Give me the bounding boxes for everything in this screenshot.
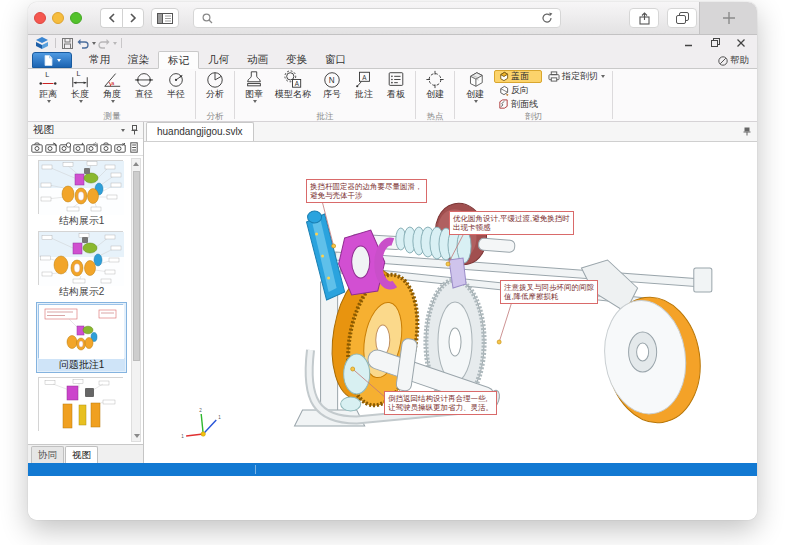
stamp-button[interactable]: 图章 [238, 70, 270, 103]
annotation-callout-2[interactable]: 优化圆角设计,平缓过渡,避免换挡时 出现卡顿感 [449, 211, 574, 235]
undo-button[interactable] [75, 36, 91, 50]
scrollbar-thumb[interactable] [133, 171, 140, 361]
address-search-field[interactable] [193, 8, 561, 28]
section-create-button[interactable]: 创建 [458, 70, 492, 103]
redo-button[interactable] [96, 36, 112, 50]
ribbon-group-measure: L 距离 L 长度 a 角度 [32, 70, 192, 121]
tab-xuanran[interactable]: 渲染 [119, 51, 158, 68]
tab-chuangkou[interactable]: 窗口 [316, 51, 355, 68]
help-button[interactable]: 帮助 [718, 54, 749, 67]
svg-text:1: 1 [218, 415, 221, 420]
tab-bianhuan[interactable]: 变换 [277, 51, 316, 68]
pin-icon[interactable] [131, 125, 138, 135]
hotspot-create-button[interactable]: 创建 [419, 70, 451, 99]
analysis-button[interactable]: 分析 [199, 70, 231, 99]
new-tab-button[interactable] [699, 2, 757, 34]
tab-collaborate[interactable]: 协同 [31, 446, 64, 463]
view-list: 结构展示1 [28, 156, 143, 444]
share-icon [639, 12, 650, 25]
tab-changyong[interactable]: 常用 [80, 51, 119, 68]
scroll-up-arrow-icon[interactable] [132, 159, 140, 169]
app-restore-button[interactable] [709, 37, 721, 48]
share-button[interactable] [629, 8, 659, 28]
separator [612, 71, 613, 119]
annotation-callout-3[interactable]: 注意拨叉与同步环间的间隙 值,降低摩擦损耗 [500, 280, 598, 304]
diameter-button[interactable]: 直径 [128, 70, 160, 99]
view-item-problem-annotation1[interactable]: 问题批注1 [36, 302, 127, 373]
view-caption: 结构展示2 [38, 285, 125, 298]
app-minimize-button[interactable] [683, 37, 695, 48]
view-thumbnail[interactable] [38, 377, 123, 431]
redo-dropdown-arrow-icon[interactable] [113, 42, 117, 45]
browser-window: 常用 渲染 标记 几何 动画 变换 窗口 帮助 L 距离 [28, 2, 757, 520]
board-button[interactable]: 看板 [380, 70, 412, 99]
search-input[interactable] [218, 12, 536, 24]
panel-dropdown-arrow-icon[interactable] [121, 129, 125, 132]
section-cube-icon [465, 70, 485, 89]
tabs-icon [676, 12, 689, 24]
camera-list-icon[interactable] [127, 140, 140, 154]
tab-views[interactable]: 视图 [65, 446, 98, 463]
model-name-button[interactable]: A 模型名称 [270, 70, 316, 99]
angle-button[interactable]: a 角度 [96, 70, 128, 103]
forward-button[interactable] [122, 8, 144, 28]
serial-number-button[interactable]: N 序号 [316, 70, 348, 99]
camera-refresh-icon[interactable] [59, 140, 72, 154]
specify-section-button[interactable]: 指定剖切 [544, 70, 609, 83]
minimize-window-button[interactable] [52, 12, 64, 24]
length-button[interactable]: L 长度 [64, 70, 96, 103]
save-button[interactable] [60, 36, 75, 50]
page-footer-space [28, 476, 757, 520]
view-caption: 问题批注1 [38, 358, 125, 371]
tab-bar-pin-icon[interactable] [743, 127, 751, 136]
section-line-toggle[interactable]: 剖面线 [494, 98, 542, 111]
camera-up-icon[interactable] [72, 140, 85, 154]
serial-number-icon: N [322, 70, 342, 89]
annotation-callout-4[interactable]: 倒挡返回结构设计再合理一些, 让驾驶员操纵更加省力、灵活。 [384, 391, 497, 415]
svg-text:a: a [111, 80, 115, 86]
camera-delete-icon[interactable] [114, 140, 127, 154]
tab-biaoji[interactable]: 标记 [158, 51, 199, 69]
view-thumbnail[interactable] [38, 231, 123, 285]
model-name-icon: A [283, 70, 303, 89]
reload-button[interactable] [540, 11, 554, 25]
annotation-callout-1[interactable]: 换挡杆固定器的边角要尽量圆滑， 避免与壳体干涉 [306, 179, 427, 203]
view-item-structure2[interactable]: 结构展示2 [38, 231, 129, 298]
sidebar-toggle-button[interactable] [151, 8, 179, 28]
viewport-3d[interactable]: 1 2 1 换挡杆固定器的边角要尽量圆滑， 避免与壳体干涉 优化圆角设计,平缓过… [144, 142, 757, 463]
status-bar [28, 463, 757, 476]
view-item-partial[interactable] [38, 377, 129, 444]
zoom-window-button[interactable] [70, 12, 82, 24]
scroll-down-arrow-icon[interactable] [134, 434, 140, 438]
distance-button[interactable]: L 距离 [32, 70, 64, 103]
view-thumbnail[interactable] [38, 160, 123, 214]
group-label-hotspot: 热点 [419, 111, 451, 121]
tab-overview-button[interactable] [667, 8, 697, 28]
tab-donghua[interactable]: 动画 [238, 51, 277, 68]
length-icon: L [70, 70, 90, 89]
file-menu-button[interactable] [32, 52, 72, 68]
back-button[interactable] [100, 8, 122, 28]
separator [454, 71, 455, 119]
reload-icon [540, 11, 554, 25]
reverse-toggle[interactable]: 反向 [494, 84, 542, 97]
cap-face-toggle[interactable]: 盖面 [494, 70, 542, 83]
separator [234, 71, 235, 119]
app-close-button[interactable] [735, 37, 747, 48]
document-tab-bar: huandangjigou.svlx [144, 122, 757, 142]
close-window-button[interactable] [34, 12, 46, 24]
camera-settings-icon[interactable] [86, 140, 99, 154]
svg-text:L: L [45, 70, 49, 79]
view-item-structure1[interactable]: 结构展示1 [38, 160, 129, 227]
view-panel: 视图 [28, 122, 144, 463]
view-thumbnail[interactable] [38, 304, 123, 358]
camera-plain-icon[interactable] [100, 140, 113, 154]
view-list-scrollbar[interactable] [131, 158, 141, 442]
camera-update-icon[interactable] [45, 140, 58, 154]
tab-jihe[interactable]: 几何 [199, 51, 238, 68]
diameter-icon [134, 70, 154, 89]
radius-button[interactable]: 半径 [160, 70, 192, 99]
camera-capture-icon[interactable] [31, 140, 44, 154]
annotation-button[interactable]: A 批注 [348, 70, 380, 99]
document-tab[interactable]: huandangjigou.svlx [146, 122, 254, 141]
